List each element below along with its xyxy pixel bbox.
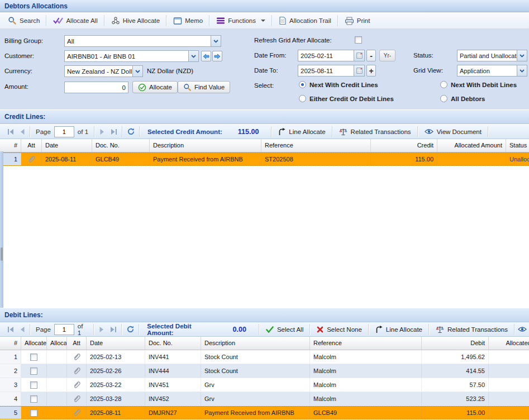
column-header[interactable]: Doc. No. (92, 139, 150, 152)
search-icon (8, 16, 17, 25)
column-header[interactable]: Att (21, 139, 42, 152)
date-from-input[interactable]: 2025-02-11 (298, 50, 365, 61)
refresh-icon[interactable] (126, 325, 135, 333)
radio-all-debtors[interactable]: All Debtors (440, 95, 485, 102)
column-header[interactable]: Debit (422, 337, 489, 350)
memo-button[interactable]: Memo (169, 15, 207, 27)
previous-page-button[interactable] (19, 128, 26, 135)
radio-label: Next With Debit Lines (451, 82, 517, 88)
radio-icon (299, 95, 306, 102)
next-customer-button[interactable] (212, 51, 222, 61)
first-page-button[interactable] (7, 326, 15, 333)
cell-doc: INV451 (145, 378, 201, 392)
grid-view-select[interactable]: Application (457, 65, 527, 77)
cell-att (67, 350, 87, 364)
last-page-button[interactable] (109, 326, 117, 333)
hive-allocate-button[interactable]: Hive Allocate (107, 15, 164, 27)
radio-next-with-credit-lines[interactable]: Next With Credit Lines (299, 81, 378, 88)
refresh-icon[interactable] (127, 127, 135, 136)
table-row[interactable]: 1 2025-08-11GLCB49Payment Received from … (0, 152, 529, 166)
previous-page-button[interactable] (19, 326, 26, 333)
credit-page-input[interactable] (54, 126, 74, 137)
next-page-button[interactable] (99, 128, 106, 135)
attachment-icon[interactable] (73, 366, 81, 375)
credit-line-allocate-button[interactable]: Line Allocate (274, 127, 330, 137)
column-header[interactable]: Date (87, 337, 145, 350)
allocate-checkbox[interactable] (30, 367, 37, 375)
allocate-button[interactable]: Allocate (132, 81, 178, 93)
chevron-down-icon[interactable] (517, 65, 527, 76)
attachment-icon[interactable] (73, 394, 81, 403)
date-to-input[interactable]: 2025-08-11 (298, 65, 365, 77)
view-document-button[interactable]: View Document (420, 127, 486, 136)
column-header[interactable]: Allocated Amount (437, 139, 506, 152)
radio-next-with-debit-lines[interactable]: Next With Debit Lines (440, 81, 517, 88)
table-row[interactable]: 3 2025-03-22INV451GrvMalcolm57.50 (0, 378, 529, 392)
column-header[interactable]: Allocate (21, 337, 47, 350)
splitter-handle[interactable] (1, 247, 3, 261)
first-page-button[interactable] (7, 128, 15, 135)
last-page-button[interactable] (110, 128, 118, 135)
search-button[interactable]: Search (3, 15, 44, 27)
table-row[interactable]: 1 2025-02-13INV441Stock CountMalcolm1,49… (0, 350, 529, 364)
column-header[interactable]: Status (506, 139, 529, 152)
allocate-checkbox[interactable] (30, 395, 37, 403)
chevron-down-icon[interactable] (188, 51, 198, 61)
attachment-icon[interactable] (73, 408, 81, 417)
column-header[interactable]: Date (42, 139, 92, 152)
year-back-button[interactable]: Yr- (379, 50, 395, 61)
previous-customer-button[interactable] (201, 51, 211, 61)
allocation-trail-button[interactable]: Allocation Trail (274, 15, 336, 27)
allocate-checkbox[interactable] (30, 409, 37, 417)
print-button[interactable]: Print (340, 15, 375, 27)
column-header[interactable]: Description (150, 139, 261, 152)
amount-input[interactable]: 0 (64, 82, 128, 93)
status-select[interactable]: Partial and Unallocated (457, 50, 527, 61)
column-header[interactable]: Reference (310, 337, 422, 350)
column-header[interactable]: Allocated Amount (489, 337, 529, 350)
column-header[interactable]: # (0, 139, 21, 152)
calendar-icon[interactable] (354, 65, 364, 76)
column-header[interactable]: Reference (261, 139, 371, 152)
allocate-all-button[interactable]: Allocate All (49, 15, 102, 26)
currency-select[interactable]: New Zealand - NZ Doll (64, 65, 143, 77)
eye-icon[interactable] (518, 326, 527, 332)
attachment-icon[interactable] (73, 380, 81, 389)
billing-group-select[interactable]: All (64, 35, 221, 47)
functions-button[interactable]: Functions (212, 15, 270, 26)
select-all-button[interactable]: Select All (261, 325, 308, 334)
attachment-icon[interactable] (73, 352, 81, 361)
column-header[interactable]: # (0, 337, 21, 350)
debit-related-transactions-button[interactable]: Related Transactions (431, 324, 512, 335)
allocate-checkbox[interactable] (30, 354, 37, 361)
table-row[interactable]: 2 2025-02-26INV444Stock CountMalcolm414.… (0, 364, 529, 378)
debit-page-input[interactable] (54, 324, 74, 335)
cell-ref: Malcolm (310, 364, 422, 378)
calendar-icon[interactable] (354, 50, 364, 61)
table-row[interactable]: 4 2025-03-28INV452GrvMalcolm523.25 (0, 392, 529, 406)
date-from-minus-button[interactable]: - (366, 50, 376, 61)
cell-desc: Grv (201, 392, 310, 405)
select-none-button[interactable]: Select None (312, 325, 366, 334)
radio-either-credit-or-debit[interactable]: Either Credit Or Debit Lines (299, 95, 394, 102)
attachment-icon[interactable] (27, 155, 36, 164)
column-header[interactable]: Description (201, 337, 310, 350)
allocate-checkbox[interactable] (30, 381, 37, 389)
next-page-button[interactable] (98, 326, 105, 333)
chevron-down-icon[interactable] (132, 66, 142, 77)
table-row[interactable]: 5 2025-08-11DMJRN27Payment Received from… (0, 406, 529, 419)
column-header[interactable]: Allocat (47, 337, 67, 350)
credit-related-transactions-button[interactable]: Related Transactions (335, 127, 416, 137)
column-header[interactable]: Doc. No. (145, 337, 201, 350)
find-value-button[interactable]: Find Value (178, 81, 230, 93)
chevron-down-icon[interactable] (211, 36, 221, 46)
column-header[interactable]: Credit (371, 139, 437, 152)
customer-select[interactable]: AIRBNB01 - Air BNB 01 (64, 50, 199, 62)
cell-att (67, 392, 87, 405)
debit-line-allocate-button[interactable]: Line Allocate (371, 324, 427, 335)
collapsed-splitter[interactable] (0, 151, 3, 308)
refresh-grid-checkbox[interactable] (355, 36, 362, 44)
column-header[interactable]: Att (67, 337, 87, 350)
chevron-down-icon[interactable] (517, 50, 527, 61)
date-to-plus-button[interactable]: + (366, 65, 376, 77)
